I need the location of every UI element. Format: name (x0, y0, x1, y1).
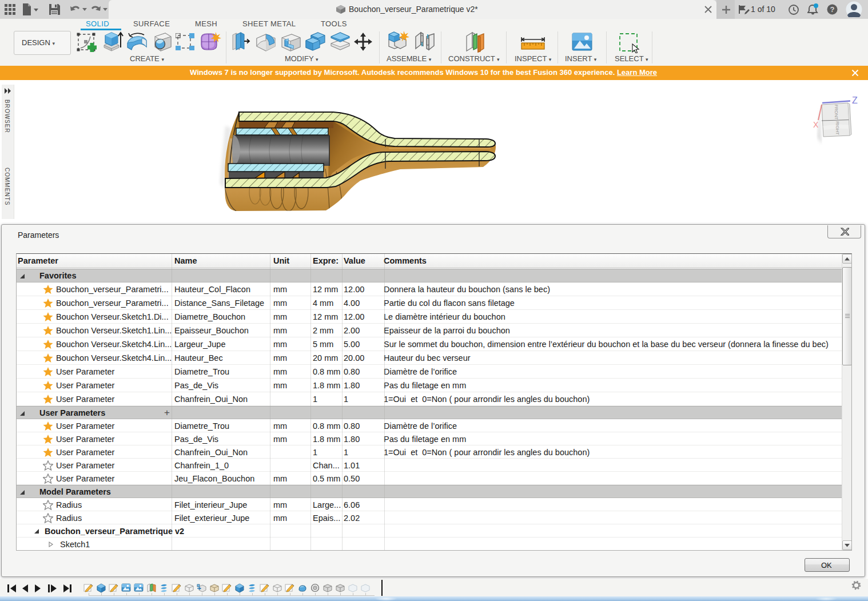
svg-text:X: X (813, 120, 819, 129)
svg-text:FRONT: FRONT (834, 105, 839, 120)
svg-text:RIGHT: RIGHT (835, 121, 840, 135)
svg-text:?: ? (830, 5, 835, 14)
svg-text:Z: Z (852, 95, 858, 105)
